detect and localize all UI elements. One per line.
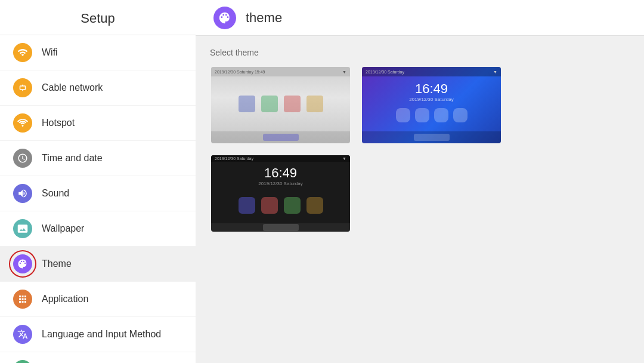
- dark-taskbar-btn: [263, 224, 299, 231]
- sidebar-label-sound: Sound: [42, 188, 69, 199]
- sound-icon: [13, 184, 32, 203]
- sidebar-label-wifi: Wifi: [42, 47, 58, 58]
- p-icon-2: [415, 108, 429, 122]
- sidebar-label-time: Time and date: [42, 153, 103, 164]
- purple-icons-row: [396, 108, 467, 122]
- purple-time-row: 16:49 2019/12/30 Saturday: [409, 81, 453, 102]
- theme-card-dark[interactable]: 2019/12/30 Saturday ▼ 16:49 2019/12/30 S…: [210, 154, 351, 233]
- sidebar-label-wallpaper: Wallpaper: [42, 223, 84, 234]
- dark-icons-row: [233, 191, 329, 220]
- section-label: Select theme: [210, 48, 630, 57]
- wallpaper-icon: [13, 219, 32, 238]
- sidebar-item-application[interactable]: Application: [0, 282, 196, 317]
- dark-desktop: 16:49 2019/12/30 Saturday: [211, 162, 350, 223]
- wifi-icon: [13, 43, 32, 62]
- sidebar-item-hotspot[interactable]: Hotspot: [0, 106, 196, 141]
- language-icon: [13, 325, 32, 344]
- dark-time: 16:49: [264, 165, 297, 181]
- light-icon-2: [261, 96, 278, 112]
- light-icon-3: [284, 96, 301, 112]
- sidebar-item-time[interactable]: Time and date: [0, 141, 196, 176]
- hotspot-icon: [13, 113, 32, 133]
- light-topbar: 2019/12/30 Saturday 15:49 ▼: [211, 67, 350, 76]
- sidebar-label-language: Language and Input Method: [42, 329, 161, 340]
- theme-purple-preview: 2019/12/30 Saturday ▼ 16:49 2019/12/30 S…: [362, 67, 501, 143]
- sidebar-item-sound[interactable]: Sound: [0, 176, 196, 211]
- p-icon-3: [434, 108, 448, 122]
- header-title: theme: [246, 10, 282, 26]
- sidebar-label-application: Application: [42, 294, 88, 304]
- sidebar-header: Setup: [0, 0, 196, 35]
- sidebar-item-wifi[interactable]: Wifi: [0, 35, 196, 70]
- p-icon-1: [396, 108, 410, 122]
- cable-icon: [13, 78, 32, 97]
- main-content: theme Select theme 2019/12/30 Saturday 1…: [196, 0, 644, 363]
- dark-topbar: 2019/12/30 Saturday ▼: [211, 155, 350, 162]
- theme-light-preview: 2019/12/30 Saturday 15:49 ▼: [211, 67, 350, 143]
- purple-taskbar: [362, 131, 501, 143]
- auxiliary-icon: [13, 360, 32, 363]
- time-icon: [13, 149, 32, 168]
- theme-icon: [13, 254, 32, 273]
- purple-desktop: 16:49 2019/12/30 Saturday: [362, 76, 501, 131]
- purple-topbar: 2019/12/30 Saturday ▼: [362, 67, 501, 76]
- light-icon-1: [239, 96, 255, 112]
- purple-time: 16:49: [415, 81, 448, 97]
- sidebar-item-theme[interactable]: Theme: [0, 247, 196, 282]
- d-icon-1: [239, 197, 255, 214]
- sidebar-item-wallpaper[interactable]: Wallpaper: [0, 211, 196, 247]
- light-icon-4: [306, 96, 323, 112]
- dark-date: 2019/12/30 Saturday: [258, 181, 302, 186]
- d-icon-2: [261, 197, 278, 214]
- light-taskbar-btn: [263, 134, 299, 141]
- sidebar-label-theme: Theme: [42, 259, 72, 269]
- application-icon: [13, 290, 32, 309]
- sidebar-label-hotspot: Hotspot: [42, 118, 75, 128]
- light-desktop: [211, 76, 350, 131]
- dark-taskbar: [211, 223, 350, 232]
- purple-taskbar-btn: [414, 134, 450, 141]
- sidebar-item-language[interactable]: Language and Input Method: [0, 317, 196, 352]
- main-header: theme: [196, 0, 644, 36]
- d-icon-4: [306, 197, 323, 214]
- header-theme-icon: [213, 7, 236, 29]
- d-icon-3: [284, 197, 301, 214]
- sidebar: Setup Wifi Cable network Hotspot Time an…: [0, 0, 196, 363]
- main-body: Select theme 2019/12/30 Saturday 15:49 ▼: [196, 36, 644, 363]
- theme-card-light[interactable]: 2019/12/30 Saturday 15:49 ▼: [210, 66, 351, 144]
- sidebar-list: Wifi Cable network Hotspot Time and date…: [0, 35, 196, 363]
- p-icon-4: [453, 108, 467, 122]
- theme-card-purple[interactable]: 2019/12/30 Saturday ▼ 16:49 2019/12/30 S…: [361, 66, 502, 144]
- light-taskbar: [211, 131, 350, 143]
- sidebar-item-auxiliary[interactable]: Auxiliary function: [0, 352, 196, 363]
- theme-grid: 2019/12/30 Saturday 15:49 ▼: [210, 66, 630, 233]
- purple-date: 2019/12/30 Saturday: [409, 97, 453, 102]
- theme-dark-preview: 2019/12/30 Saturday ▼ 16:49 2019/12/30 S…: [211, 155, 350, 232]
- sidebar-label-cable: Cable network: [42, 82, 103, 93]
- sidebar-item-cable[interactable]: Cable network: [0, 70, 196, 106]
